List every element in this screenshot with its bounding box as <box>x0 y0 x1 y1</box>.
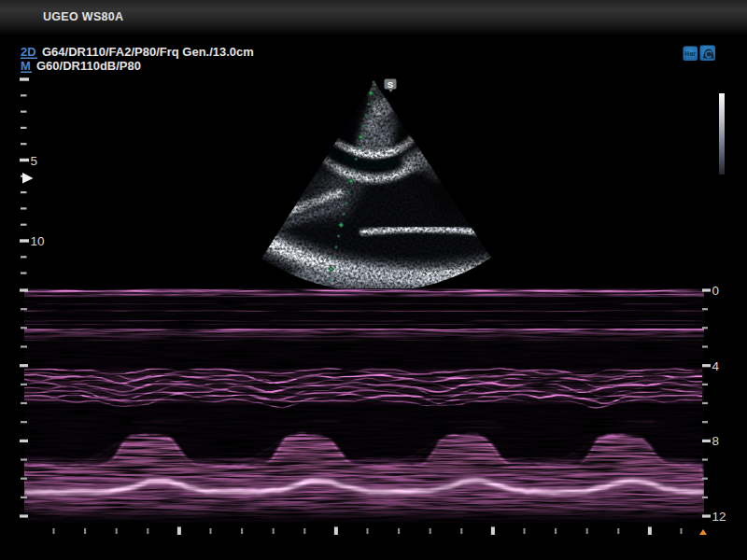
svg-text:Har: Har <box>684 50 696 57</box>
svg-text:M: M <box>21 59 31 73</box>
svg-text:12: 12 <box>712 510 726 524</box>
svg-text:0: 0 <box>712 284 720 298</box>
svg-text:5: 5 <box>31 154 38 168</box>
svg-text:UGEO WS80A: UGEO WS80A <box>43 10 123 23</box>
svg-text:G60/DR110dB/P80: G60/DR110dB/P80 <box>36 59 141 73</box>
svg-text:8: 8 <box>712 434 720 448</box>
svg-text:10: 10 <box>31 234 45 248</box>
svg-text:4: 4 <box>712 359 720 373</box>
svg-text:S: S <box>388 79 393 90</box>
svg-text:G64/DR110/FA2/P80/Frq Gen./13.: G64/DR110/FA2/P80/Frq Gen./13.0cm <box>42 45 254 59</box>
svg-text:2D: 2D <box>21 45 36 59</box>
